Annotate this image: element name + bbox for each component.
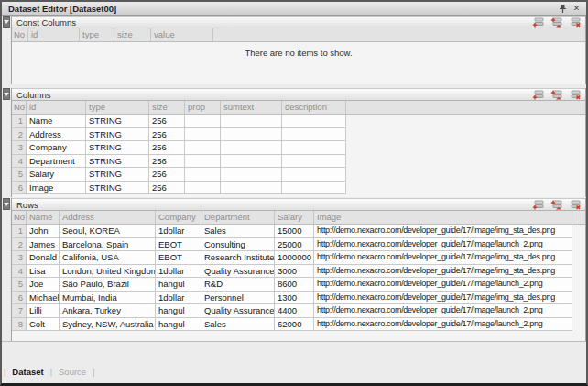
data-cell[interactable]	[221, 141, 282, 155]
data-cell[interactable]: http://demo.nexacro.com/developer_guide/…	[314, 238, 572, 252]
data-cell[interactable]: STRING	[86, 141, 149, 155]
insert-row-icon[interactable]	[550, 200, 562, 210]
data-cell[interactable]: Donald	[27, 251, 60, 265]
data-cell[interactable]: Barcelona, Spain	[60, 238, 156, 252]
data-cell[interactable]	[282, 141, 346, 155]
data-cell[interactable]: Salary	[27, 168, 86, 182]
column-header-address[interactable]: Address	[60, 211, 156, 224]
data-cell[interactable]: 4400	[275, 304, 314, 318]
data-cell[interactable]: EBOT	[156, 238, 201, 252]
row-number-cell[interactable]: 3	[12, 251, 27, 265]
data-cell[interactable]: http://demo.nexacro.com/developer_guide/…	[314, 278, 572, 292]
data-cell[interactable]: 256	[149, 128, 185, 142]
data-cell[interactable]: Personnel	[201, 292, 275, 305]
column-header-size[interactable]: size	[149, 101, 185, 114]
data-cell[interactable]	[221, 128, 282, 142]
column-header-company[interactable]: Company	[156, 211, 201, 224]
data-cell[interactable]: 1000000	[275, 251, 314, 265]
data-cell[interactable]: http://demo.nexacro.com/developer_guide/…	[314, 292, 572, 305]
data-cell[interactable]: São Paulo, Brazil	[60, 278, 156, 292]
data-cell[interactable]	[185, 168, 221, 182]
data-cell[interactable]: Quality Assurance	[201, 304, 275, 318]
row-number-cell[interactable]: 7	[12, 304, 27, 318]
add-row-icon[interactable]	[532, 200, 544, 210]
data-cell[interactable]: Seoul, KOREA	[60, 225, 156, 238]
data-cell[interactable]	[185, 155, 221, 169]
data-cell[interactable]: Mumbai, India	[60, 292, 156, 305]
data-cell[interactable]: http://demo.nexacro.com/developer_guide/…	[314, 318, 572, 332]
row-number-cell[interactable]: 6	[12, 292, 27, 305]
data-cell[interactable]: Ankara, Turkey	[60, 304, 156, 318]
data-cell[interactable]: Lisa	[27, 265, 60, 279]
data-cell[interactable]: 256	[149, 182, 185, 195]
data-cell[interactable]: hangul	[156, 278, 201, 292]
column-header-prop[interactable]: prop	[185, 101, 221, 114]
column-header-no[interactable]: No	[12, 101, 27, 114]
column-header-salary[interactable]: Salary	[275, 211, 314, 224]
data-cell[interactable]: 1300	[275, 292, 314, 305]
data-cell[interactable]: http://demo.nexacro.com/developer_guide/…	[314, 265, 572, 279]
data-cell[interactable]	[221, 182, 282, 195]
row-number-cell[interactable]: 1	[12, 115, 27, 128]
data-cell[interactable]: hangul	[156, 318, 201, 332]
data-cell[interactable]	[185, 115, 221, 128]
data-cell[interactable]: Joe	[27, 278, 60, 292]
data-cell[interactable]: 256	[149, 141, 185, 155]
row-number-cell[interactable]: 1	[12, 225, 27, 238]
data-cell[interactable]: Department	[27, 155, 86, 169]
data-cell[interactable]	[185, 128, 221, 142]
data-cell[interactable]: 3000	[275, 265, 314, 279]
column-header-description[interactable]: description	[282, 101, 346, 114]
row-number-cell[interactable]: 2	[12, 238, 27, 252]
data-cell[interactable]: Michael	[27, 292, 60, 305]
column-header-sumtext[interactable]: sumtext	[221, 101, 282, 114]
data-cell[interactable]: 256	[149, 155, 185, 169]
delete-row-icon[interactable]	[569, 90, 581, 100]
row-number-cell[interactable]: 3	[12, 141, 27, 155]
data-cell[interactable]: STRING	[86, 155, 149, 169]
data-cell[interactable]	[221, 168, 282, 182]
data-cell[interactable]: STRING	[86, 182, 149, 195]
insert-row-icon[interactable]	[550, 17, 562, 28]
data-cell[interactable]: 8600	[275, 278, 314, 292]
data-cell[interactable]: 62000	[275, 318, 314, 332]
tab-source[interactable]: Source	[52, 367, 93, 377]
row-number-cell[interactable]: 8	[12, 318, 27, 332]
data-cell[interactable]: Sales	[201, 318, 275, 332]
collapse-const-columns-button[interactable]	[3, 16, 10, 28]
data-cell[interactable]: 1dollar	[156, 265, 201, 279]
data-cell[interactable]: STRING	[86, 168, 149, 182]
data-cell[interactable]	[282, 168, 346, 182]
row-number-cell[interactable]: 2	[12, 128, 27, 142]
data-cell[interactable]: John	[27, 225, 60, 238]
data-cell[interactable]	[221, 115, 282, 128]
collapse-rows-button[interactable]	[3, 198, 10, 210]
data-cell[interactable]: Sydney, NSW, Australia	[60, 318, 156, 332]
data-cell[interactable]: 256	[149, 115, 185, 128]
column-header-department[interactable]: Department	[201, 211, 275, 224]
data-cell[interactable]: 25000	[275, 238, 314, 252]
delete-row-icon[interactable]	[569, 17, 581, 28]
insert-row-icon[interactable]	[550, 90, 562, 100]
data-cell[interactable]: James	[27, 238, 60, 252]
data-cell[interactable]: STRING	[86, 115, 149, 128]
row-number-cell[interactable]: 5	[12, 168, 27, 182]
delete-row-icon[interactable]	[569, 200, 581, 210]
column-header-name[interactable]: Name	[27, 211, 60, 224]
data-cell[interactable]	[221, 155, 282, 169]
data-cell[interactable]: Company	[27, 141, 86, 155]
close-icon[interactable]: ✕	[571, 3, 583, 14]
collapse-columns-button[interactable]	[3, 88, 10, 100]
row-number-cell[interactable]: 4	[12, 155, 27, 169]
data-cell[interactable]: hangul	[156, 304, 201, 318]
data-cell[interactable]: http://demo.nexacro.com/developer_guide/…	[314, 251, 572, 265]
data-cell[interactable]: Califonia, USA	[60, 251, 156, 265]
data-cell[interactable]: Consulting	[201, 238, 275, 252]
data-cell[interactable]	[282, 155, 346, 169]
data-cell[interactable]: Research Institute	[201, 251, 275, 265]
data-cell[interactable]: 1dollar	[156, 292, 201, 305]
column-header-id[interactable]: id	[28, 28, 80, 41]
data-cell[interactable]	[282, 128, 346, 142]
data-cell[interactable]: 256	[149, 168, 185, 182]
data-cell[interactable]	[185, 182, 221, 195]
